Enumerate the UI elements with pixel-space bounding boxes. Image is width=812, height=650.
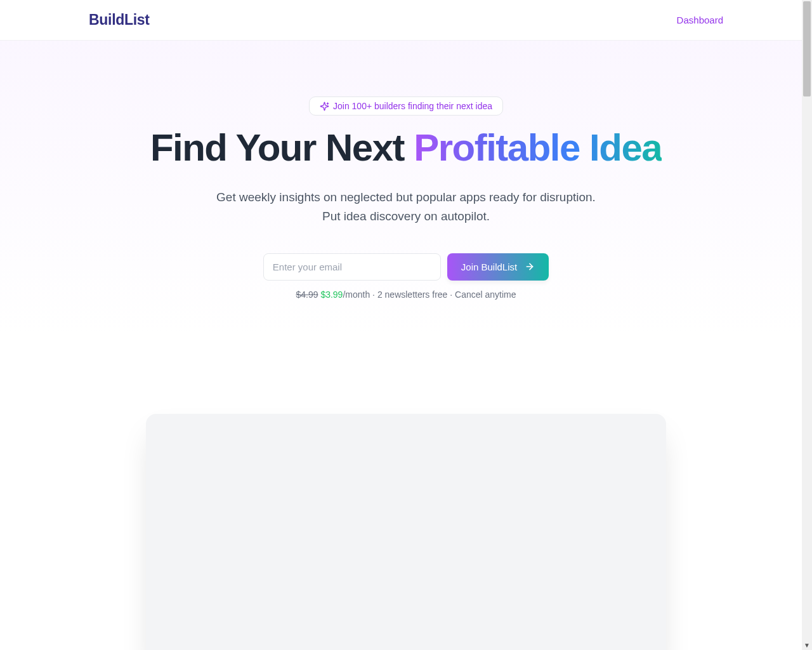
arrow-right-icon: [525, 262, 535, 272]
price-suffix: /month · 2 newsletters free · Cancel any…: [343, 289, 516, 300]
signup-form: Join BuildList: [13, 253, 799, 281]
subtitle-line-1: Get weekly insights on neglected but pop…: [216, 190, 596, 204]
headline-gradient: Profitable Idea: [414, 126, 662, 169]
pricing-text: $4.99 $3.99/month · 2 newsletters free ·…: [13, 289, 799, 300]
promo-badge: Join 100+ builders finding their next id…: [309, 96, 503, 116]
promo-badge-text: Join 100+ builders finding their next id…: [333, 101, 492, 111]
site-header: BuildList Dashboard: [0, 0, 812, 41]
subtitle-line-2: Put idea discovery on autopilot.: [322, 209, 490, 223]
dashboard-link[interactable]: Dashboard: [677, 15, 723, 25]
subtitle: Get weekly insights on neglected but pop…: [13, 188, 799, 227]
join-button[interactable]: Join BuildList: [447, 253, 549, 281]
email-input[interactable]: [263, 253, 441, 281]
headline-prefix: Find Your Next: [150, 126, 414, 169]
scrollbar[interactable]: ▼: [802, 0, 812, 650]
preview-card: [146, 414, 666, 650]
hero-section: Join 100+ builders finding their next id…: [0, 41, 812, 650]
join-button-label: Join BuildList: [461, 262, 517, 272]
logo[interactable]: BuildList: [89, 11, 150, 29]
price-new: $3.99: [320, 289, 343, 300]
price-old: $4.99: [296, 289, 318, 300]
headline: Find Your Next Profitable Idea: [13, 127, 799, 169]
scrollbar-thumb[interactable]: [803, 1, 811, 96]
scrollbar-down-icon[interactable]: ▼: [802, 640, 812, 650]
sparkles-icon: [320, 102, 329, 111]
